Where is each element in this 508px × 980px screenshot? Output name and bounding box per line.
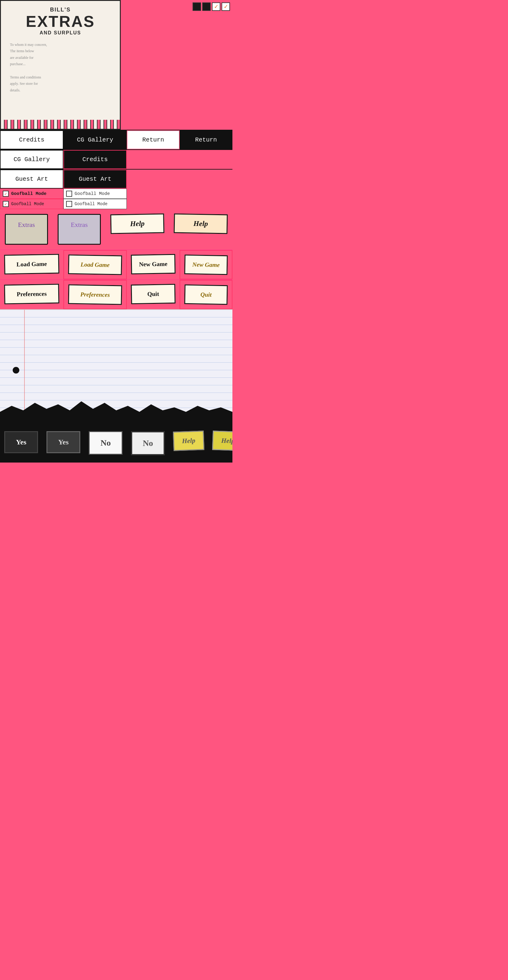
pink-background: ✓ ✓ (121, 0, 233, 130)
goofball-label-1: Goofball Mode (11, 191, 46, 196)
preferences-button-white[interactable]: Preferences (4, 284, 59, 304)
load-game-white-container: Load Game (0, 250, 64, 279)
goofball-checkbox-4[interactable] (66, 201, 72, 207)
button-row-3: Guest Art Guest Art (0, 169, 233, 189)
notebook-area (0, 309, 233, 424)
bills-content: To whom it may concern, The items below … (10, 41, 111, 94)
bills-title: BILL'S EXTRAS AND SURPLUS (10, 7, 111, 36)
goofball-section: ✓ Goofball Mode Goofball Mode (0, 189, 233, 199)
goofball-checkbox-2[interactable] (66, 191, 72, 197)
quit-button-italic[interactable]: Quit (184, 285, 228, 305)
extras-button-purple[interactable]: Extras (58, 214, 101, 245)
help-yellow2-container: Help (208, 427, 233, 460)
return-button-outline[interactable]: Return (127, 130, 180, 150)
help-white-container: Help (106, 209, 169, 239)
return-button-black[interactable]: Return (180, 130, 233, 150)
extras-help-row: Extras Extras Help Help (0, 209, 233, 250)
extras-white-container: Extras (0, 209, 53, 250)
prefs-quit-row: Preferences Preferences Quit Quit (0, 279, 233, 309)
bills-extras-label: EXTRAS (10, 13, 111, 30)
spacer-goofball2 (127, 199, 233, 209)
help-button-peach[interactable]: Help (174, 213, 228, 234)
bills-bill-label: BILL'S (10, 7, 111, 13)
bottom-button-row: Yes Yes No No Help Help (0, 424, 233, 463)
new-game-button-italic[interactable]: New Game (184, 255, 228, 275)
spacer-3 (127, 170, 233, 189)
load-game-italic-container: Load Game (64, 250, 127, 279)
goofball-row-1-pink: ✓ Goofball Mode (0, 189, 64, 199)
cg-gallery-button-white[interactable]: CG Gallery (0, 150, 64, 169)
checkbox-4[interactable]: ✓ (221, 2, 230, 11)
extras-purple-container: Extras (53, 209, 106, 250)
quit-white-container: Quit (127, 280, 180, 309)
yes-dark1-container: Yes (0, 427, 42, 460)
button-row-2: CG Gallery Credits (0, 150, 233, 169)
load-game-button-italic[interactable]: Load Game (68, 255, 122, 275)
extras-button-white[interactable]: Extras (5, 214, 48, 245)
help-button-yellow2[interactable]: Help (212, 431, 233, 451)
notebook-margin (24, 310, 25, 424)
new-game-italic-container: New Game (180, 250, 233, 279)
help-button-white[interactable]: Help (110, 213, 164, 234)
goofball-row-3-pink: ✓ Goofball Mode (0, 199, 64, 209)
top-checkboxes: ✓ ✓ (193, 2, 230, 11)
top-area: BILL'S EXTRAS AND SURPLUS To whom it may… (0, 0, 233, 130)
goofball-label-3: Goofball Mode (11, 202, 44, 206)
main-layout: BILL'S EXTRAS AND SURPLUS To whom it may… (0, 0, 233, 463)
yes-button-dark2[interactable]: Yes (46, 431, 80, 453)
checkbox-2[interactable] (202, 2, 211, 11)
spacer-goofball (127, 189, 233, 199)
help-button-yellow1[interactable]: Help (173, 431, 204, 451)
goofball-checkbox-3[interactable]: ✓ (3, 201, 9, 207)
checkbox-1[interactable] (193, 2, 201, 11)
bills-panel: BILL'S EXTRAS AND SURPLUS To whom it may… (0, 0, 121, 130)
no-button-outline[interactable]: No (131, 431, 165, 455)
cg-gallery-button-black[interactable]: CG Gallery (64, 130, 127, 150)
goofball-label-2: Goofball Mode (75, 191, 110, 196)
credits-button-white[interactable]: Credits (0, 130, 64, 150)
yes-dark2-container: Yes (42, 427, 84, 460)
quit-button-white[interactable]: Quit (131, 284, 175, 304)
bills-surplus-label: AND SURPLUS (10, 30, 111, 36)
bills-torn-edge (1, 120, 120, 129)
quit-italic-container: Quit (180, 280, 233, 309)
credits-button-black[interactable]: Credits (64, 150, 127, 169)
goofball-label-4: Goofball Mode (75, 202, 107, 206)
help-yellow1-container: Help (169, 427, 208, 460)
preferences-italic-container: Preferences (64, 280, 127, 309)
guest-art-button-black[interactable]: Guest Art (64, 170, 127, 189)
spacer-2 (127, 150, 233, 169)
goofball-section-2: ✓ Goofball Mode Goofball Mode (0, 199, 233, 209)
goofball-row-2-white: Goofball Mode (64, 189, 127, 199)
help-peach-container: Help (169, 209, 233, 239)
new-game-white-container: New Game (127, 250, 180, 279)
no-white-container: No (84, 427, 127, 460)
guest-art-button-white[interactable]: Guest Art (0, 170, 64, 189)
preferences-button-italic[interactable]: Preferences (68, 284, 122, 305)
button-row-1: Credits CG Gallery Return Return (0, 130, 233, 150)
yes-button-dark1[interactable]: Yes (4, 431, 38, 453)
goofball-checkbox-1[interactable]: ✓ (3, 191, 9, 197)
goofball-row-4-white: Goofball Mode (64, 199, 127, 209)
no-button-white[interactable]: No (89, 431, 123, 455)
notebook-hole (13, 367, 19, 374)
preferences-white-container: Preferences (0, 280, 64, 309)
load-game-button-white[interactable]: Load Game (4, 254, 59, 274)
load-new-game-row: Load Game Load Game New Game New Game (0, 250, 233, 279)
new-game-button-white[interactable]: New Game (131, 254, 175, 275)
no-outline-container: No (127, 427, 169, 460)
checkbox-3[interactable]: ✓ (212, 2, 220, 11)
